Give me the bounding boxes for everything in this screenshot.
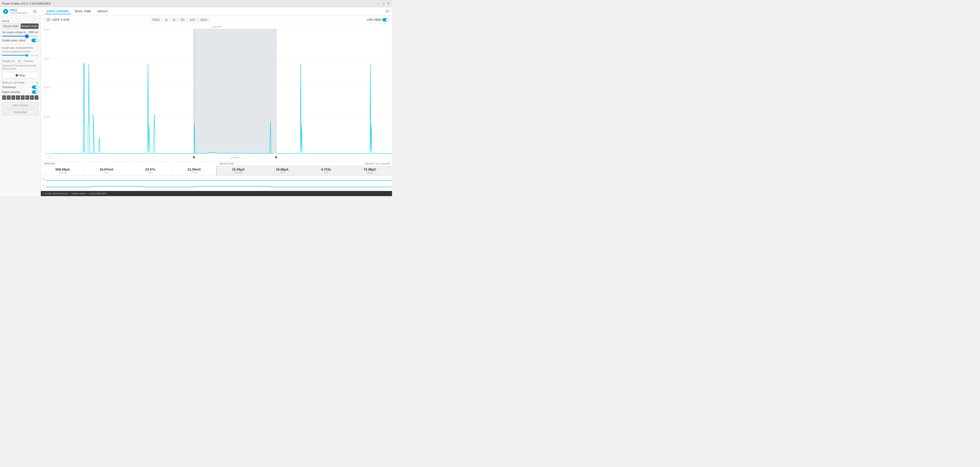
selection-max-cell: 18.68μA max <box>260 166 304 176</box>
app-logo: ▶ PPK2 C43C40BD18FD <box>3 9 27 14</box>
app-body: MODE Source meter Ampere meter Set suppl… <box>0 16 392 196</box>
clear-button[interactable]: CLEAR <box>382 163 390 165</box>
svg-text:Δ4.723s: Δ4.723s <box>231 156 239 159</box>
mode-buttons: Source meter Ampere meter <box>2 24 38 29</box>
stats-labels-row: WINDOW SELECTION SELECT ALL CLEAR <box>41 162 392 166</box>
logo-text-group: PPK2 C43C40BD18FD <box>10 9 27 14</box>
selection-label-row: SELECTION SELECT ALL CLEAR <box>216 163 392 165</box>
selection-charge-value: 72.98μC <box>364 167 376 171</box>
stop-button[interactable]: Stop <box>2 72 38 79</box>
voltage-slider[interactable] <box>2 36 38 37</box>
svg-text:0: 0 <box>43 178 44 180</box>
maximize-button[interactable]: □ <box>382 2 385 5</box>
logo-subtitle: C43C40BD18FD <box>10 12 27 14</box>
window-average-cell: 508.69μA average <box>41 166 85 176</box>
voltage-row: Set supply voltage to 4200 mV <box>2 31 38 34</box>
selection-charge-cell: 72.98μC charge <box>348 166 392 176</box>
svg-text:20 mA: 20 mA <box>43 86 50 89</box>
timestamps-toggle[interactable] <box>32 86 38 89</box>
sample-for-input[interactable]: 10 <box>15 59 23 63</box>
selection-charge-label: charge <box>366 171 374 174</box>
voltage-unit: mV <box>35 31 38 34</box>
channel-0-button[interactable]: 0 <box>2 95 6 100</box>
tab-data-logger[interactable]: DATA LOGGER <box>45 9 72 14</box>
time-1s-button[interactable]: 1s <box>162 18 170 22</box>
window-charge-value: 12.50mC <box>187 167 201 171</box>
lock-y-toggle[interactable] <box>44 18 51 21</box>
time-3s-button[interactable]: 3s <box>170 18 178 22</box>
status-bar-text: © Nordic Semiconductor — Ampere meter — … <box>43 192 107 195</box>
tab-about[interactable]: ABOUT <box>95 9 111 14</box>
select-all-button[interactable]: SELECT ALL <box>365 163 380 165</box>
power-output-toggle[interactable] <box>32 38 38 42</box>
channel-1-button[interactable]: 1 <box>6 95 11 100</box>
timestamps-row: Timestamps <box>2 86 38 89</box>
channel-2-button[interactable]: 2 <box>11 95 15 100</box>
selection-time-cell: 4.723s time <box>304 166 348 176</box>
collapse-button[interactable]: ☰ <box>32 9 38 14</box>
channel-3-button[interactable]: 3 <box>16 95 20 100</box>
digital-strip-svg: 0 1 <box>41 176 392 191</box>
window-time-label: time <box>148 171 153 174</box>
title-bar-text: Power Profiler v3.5.4: C43C40BD18FD <box>2 2 51 5</box>
channel-6-button[interactable]: 6 <box>30 95 34 100</box>
digital-channels-row: Digital channels <box>2 90 38 94</box>
sampling-rate-thumb[interactable] <box>25 54 28 57</box>
live-view-label: LIVE VIEW <box>367 18 381 21</box>
digital-channels-toggle[interactable] <box>32 90 38 94</box>
ram-info: Estimated RAM required 24.0 MB <box>2 64 38 67</box>
main-chart: 40 mA 30 mA 20 mA 10 mA 0 μA Δ24.57s Δ4.… <box>41 24 392 161</box>
channel-7-button[interactable]: 7 <box>35 95 38 100</box>
time-1min-button[interactable]: 1min <box>187 18 197 22</box>
selection-max-value: 18.68μA <box>276 167 289 171</box>
source-meter-button[interactable]: Source meter <box>2 24 20 29</box>
screenshot-button[interactable]: Screenshot <box>2 109 38 115</box>
display-options-label: DISPLAY OPTIONS <box>2 81 25 84</box>
title-bar-controls: ─ □ ✕ <box>377 2 390 5</box>
lock-y-row: LOCK Y-AXIS <box>44 18 70 21</box>
chart-toolbar: LOCK Y-AXIS 100ms 1s 3s 10s 1min 10min L… <box>41 16 392 24</box>
ampere-meter-button[interactable]: Ampere meter <box>21 24 39 29</box>
title-bar: Power Profiler v3.5.4: C43C40BD18FD ─ □ … <box>0 0 392 7</box>
window-max-label: max <box>104 171 109 174</box>
stats-actions: SELECT ALL CLEAR <box>365 163 390 165</box>
window-max-cell: 34.87mA max <box>85 166 129 176</box>
logo-icon: ▶ <box>3 9 8 14</box>
mode-label: MODE <box>2 20 38 22</box>
channel-4-button[interactable]: 4 <box>21 95 25 100</box>
display-options-header: DISPLAY OPTIONS ▲ <box>2 81 38 84</box>
svg-rect-23 <box>41 176 392 191</box>
header-nav: ▶ PPK2 C43C40BD18FD ☰ DATA LOGGER REAL-T… <box>0 7 392 16</box>
sampling-rate-slider-container <box>2 53 38 57</box>
minimize-button[interactable]: ─ <box>377 2 380 5</box>
channel-5-button[interactable]: 5 <box>25 95 29 100</box>
power-output-row: Enable power output <box>2 38 38 42</box>
window-charge-cell: 12.50mC charge <box>172 166 217 176</box>
chart-wrapper[interactable]: 40 mA 30 mA 20 mA 10 mA 0 μA Δ24.57s Δ4.… <box>41 24 392 161</box>
time-100ms-button[interactable]: 100ms <box>150 18 162 22</box>
live-view-toggle[interactable] <box>382 18 389 21</box>
digital-channels-label: Digital channels <box>2 91 20 94</box>
stats-values-row: 508.69μA average 34.87mA max 24.57s time… <box>41 166 392 176</box>
display-options-collapse-icon[interactable]: ▲ <box>36 81 38 84</box>
window-charge-label: charge <box>191 171 198 174</box>
nav-tabs: DATA LOGGER REAL-TIME ABOUT <box>45 9 111 14</box>
time-buttons: 100ms 1s 3s 10s 1min 10min <box>150 18 210 22</box>
svg-text:0 μA: 0 μA <box>45 153 50 155</box>
time-10s-button[interactable]: 10s <box>178 18 187 22</box>
window-max-value: 34.87mA <box>100 167 113 171</box>
selection-average-cell: 15.45μA average <box>217 166 261 176</box>
time-10min-button[interactable]: 10min <box>198 18 210 22</box>
sample-for-row: Sample for 10 minutes <box>2 59 38 63</box>
tab-real-time[interactable]: REAL-TIME <box>72 9 94 14</box>
lock-y-label: LOCK Y-AXIS <box>52 18 70 21</box>
stop-icon <box>16 74 18 77</box>
period-info: 100 μs period <box>2 67 38 70</box>
window-time-cell: 24.57s time <box>129 166 172 176</box>
voltage-value: 4200 <box>28 31 34 34</box>
connection-icon[interactable]: ⟳ <box>386 9 389 14</box>
nav-right: ⟳ <box>386 9 389 14</box>
close-button[interactable]: ✕ <box>387 2 390 5</box>
save-export-button[interactable]: Save / Export <box>2 102 38 108</box>
voltage-value-display: 4200 mV <box>28 31 38 34</box>
